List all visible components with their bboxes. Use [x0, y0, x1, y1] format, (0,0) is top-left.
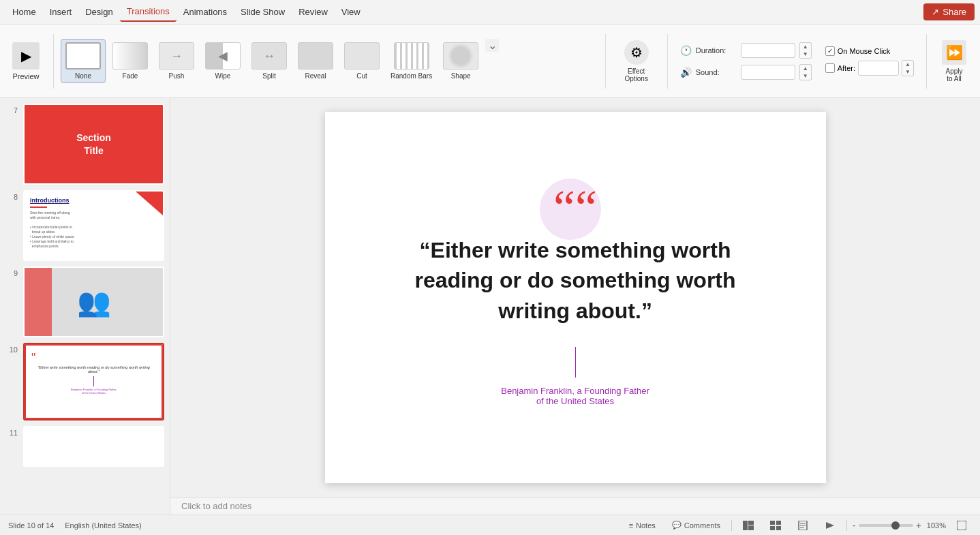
menu-animations[interactable]: Animations — [177, 3, 234, 21]
menu-review[interactable]: Review — [292, 3, 335, 21]
after-down-arrow[interactable]: ▼ — [902, 68, 913, 76]
transition-fade[interactable]: Fade — [108, 40, 152, 82]
duration-input[interactable] — [741, 43, 795, 58]
transition-thumb-shape — [443, 42, 478, 70]
slide-8-content: Introductions Start the meeting off alon… — [25, 192, 163, 260]
fit-to-window-button[interactable] — [951, 519, 972, 532]
zoom-plus-button[interactable]: + — [916, 520, 921, 531]
effect-options-label: EffectOptions — [624, 67, 647, 82]
transition-randombars[interactable]: Random Bars — [386, 40, 436, 82]
slide-item-10[interactable]: 10 " "Either write something worth readi… — [5, 343, 164, 421]
zoom-minus-button[interactable]: - — [853, 520, 856, 531]
slide-10-quote-mark: " — [31, 351, 156, 365]
transition-shape[interactable]: Shape — [439, 40, 483, 82]
timing-row-duration: 🕐 Duration: ▲ ▼ — [680, 42, 812, 59]
svg-marker-11 — [826, 522, 834, 529]
slide-item-8[interactable]: 8 Introductions Start the meeting off al… — [5, 190, 164, 261]
on-mouse-click-checkbox[interactable] — [825, 46, 835, 56]
sound-up-arrow[interactable]: ▲ — [800, 65, 811, 72]
sound-input[interactable] — [741, 65, 795, 80]
menu-insert[interactable]: Insert — [43, 3, 79, 21]
slideshow-icon — [825, 521, 836, 530]
comments-icon: 💬 — [672, 521, 682, 530]
transition-label-shape: Shape — [451, 72, 471, 80]
view-reading-button[interactable] — [792, 519, 814, 532]
transition-label-push: Push — [169, 72, 185, 80]
transition-cut[interactable]: Cut — [340, 40, 384, 82]
share-icon: ↗ — [932, 7, 939, 17]
view-normal-button[interactable] — [737, 519, 759, 532]
after-label: After: — [838, 64, 855, 72]
slide-item-7[interactable]: 7 SectionTitle — [5, 104, 164, 185]
apply-to-all-label: Applyto All — [945, 67, 962, 82]
zoom-track[interactable] — [859, 524, 913, 527]
transition-none[interactable]: None — [61, 39, 106, 83]
more-transitions-button[interactable]: ⌄ — [485, 39, 499, 52]
transition-label-wipe: Wipe — [215, 72, 231, 80]
apply-to-all-button[interactable]: ⏩ Applyto All — [934, 36, 975, 87]
slide-thumb-8[interactable]: Introductions Start the meeting off alon… — [23, 190, 164, 261]
timing-row-sound: 🔊 Sound: ▲ ▼ — [680, 64, 812, 80]
duration-up-arrow[interactable]: ▲ — [800, 43, 811, 50]
attribution-line2: of the United States — [536, 396, 614, 406]
ribbon-divider-1 — [53, 34, 54, 89]
transition-push[interactable]: → Push — [155, 40, 198, 82]
on-mouse-click-check[interactable]: On Mouse Click — [825, 46, 914, 56]
comments-button[interactable]: 💬 Comments — [667, 519, 726, 531]
menu-view[interactable]: View — [335, 3, 367, 21]
sound-icon: 🔊 — [680, 67, 692, 78]
status-divider-1 — [731, 520, 732, 531]
preview-icon: ▶ — [12, 42, 40, 70]
slide-thumb-11[interactable] — [23, 426, 164, 467]
transition-thumb-reveal — [298, 42, 333, 70]
transition-wipe[interactable]: ◀ Wipe — [201, 40, 245, 82]
ribbon-divider-4 — [926, 34, 927, 89]
after-check: After: ▲ ▼ — [825, 60, 914, 76]
view-slideshow-button[interactable] — [819, 519, 841, 532]
sound-spinner[interactable]: ▲ ▼ — [799, 64, 812, 80]
after-input[interactable] — [858, 61, 899, 76]
notes-icon: ≡ — [629, 521, 633, 530]
slide-thumb-9[interactable]: 👥 — [23, 266, 164, 337]
slide-item-9[interactable]: 9 👥 — [5, 266, 164, 337]
ribbon-divider-3 — [667, 34, 668, 89]
share-button[interactable]: ↗ Share — [923, 3, 975, 20]
zoom-percent: 103% — [927, 521, 946, 530]
language-info: English (United States) — [65, 521, 142, 530]
attribution-line1: Benjamin Franklin, a Founding Father — [501, 386, 649, 396]
after-checkbox[interactable] — [825, 63, 835, 73]
after-up-arrow[interactable]: ▲ — [902, 61, 913, 68]
slide-thumb-10[interactable]: " "Either write something worth reading … — [23, 343, 164, 421]
transition-label-fade: Fade — [123, 72, 138, 80]
preview-button[interactable]: ▶ Preview — [5, 38, 46, 85]
slide-sorter-icon — [770, 521, 781, 530]
transition-label-split: Split — [262, 72, 275, 80]
slide-thumb-7[interactable]: SectionTitle — [23, 104, 164, 185]
zoom-slider[interactable]: - + — [853, 520, 921, 531]
notes-bar[interactable]: Click to add notes — [170, 497, 980, 515]
transition-split[interactable]: ↔ Split — [247, 40, 291, 82]
duration-spinner[interactable]: ▲ ▼ — [799, 42, 812, 59]
slide-panel: 7 SectionTitle 8 Introductions Start the… — [0, 98, 170, 515]
slide-item-11[interactable]: 11 — [5, 426, 164, 467]
sound-down-arrow[interactable]: ▼ — [800, 72, 811, 80]
menu-transitions[interactable]: Transitions — [120, 2, 177, 22]
view-slide-sorter-button[interactable] — [765, 519, 786, 532]
duration-down-arrow[interactable]: ▼ — [800, 50, 811, 58]
quote-mark-container: ““ — [553, 189, 597, 228]
menu-home[interactable]: Home — [5, 3, 43, 21]
menu-slide-show[interactable]: Slide Show — [234, 3, 292, 21]
after-spinner[interactable]: ▲ ▼ — [902, 60, 914, 76]
menu-bar: Home Insert Design Transitions Animation… — [0, 0, 980, 25]
apply-to-all-icon: ⏩ — [942, 40, 966, 65]
transition-reveal[interactable]: Reveal — [294, 40, 337, 82]
effect-options-icon: ⚙ — [624, 40, 649, 65]
menu-design[interactable]: Design — [78, 3, 119, 21]
slide-number-9: 9 — [5, 266, 18, 277]
notes-button[interactable]: ≡ Notes — [624, 520, 661, 531]
effect-options-button[interactable]: ⚙ EffectOptions — [613, 36, 660, 87]
slide-9-overlay — [25, 268, 52, 336]
svg-rect-4 — [776, 521, 781, 525]
zoom-thumb[interactable] — [891, 521, 900, 530]
svg-rect-2 — [748, 525, 754, 530]
